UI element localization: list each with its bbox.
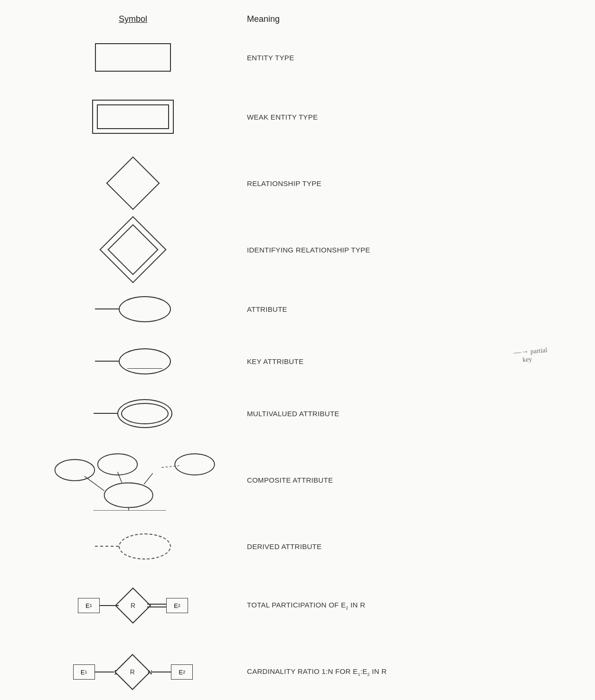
- cardinality-e2-line: [152, 672, 171, 672]
- key-attribute-oval-wrap: [119, 348, 171, 374]
- meaning-identifying-relationship-type: IDENTIFYING RELATIONSHIP TYPE: [247, 246, 576, 254]
- row-weak-entity-type: WEAK ENTITY TYPE: [19, 91, 576, 143]
- symbol-header: Symbol: [19, 14, 247, 24]
- row-identifying-relationship-type: IDENTIFYING RELATIONSHIP TYPE: [19, 224, 576, 276]
- weak-entity-outer-rect: [92, 100, 174, 134]
- cardinality-ratio-symbol: E1 1 R N E2: [73, 658, 193, 686]
- svg-point-0: [104, 483, 153, 508]
- symbol-key-attribute: [19, 348, 247, 374]
- multivalued-outer-oval: [117, 399, 172, 428]
- attribute-oval: [119, 296, 171, 322]
- key-attribute-underline: [127, 368, 162, 369]
- svg-line-2: [118, 472, 122, 483]
- row-derived-attribute: DERIVED ATTRIBUTE: [19, 527, 576, 565]
- e1-sub: 1: [90, 603, 92, 608]
- e1-box: E1: [78, 598, 100, 613]
- multivalued-attribute-symbol: [94, 399, 172, 428]
- meaning-cardinality-ratio: CARDINALITY RATIO 1:N FOR E1:E2 IN R: [247, 667, 576, 677]
- symbol-composite-attribute: [19, 449, 247, 511]
- symbol-cardinality-ratio: E1 1 R N E2: [19, 658, 247, 686]
- double-diamond-outer: [99, 216, 166, 283]
- symbol-total-participation: E1 R E2: [19, 591, 247, 620]
- meaning-label: Meaning: [247, 14, 280, 24]
- annotation-partial-key: —→ partial key: [513, 345, 548, 364]
- multivalued-inner-oval: [121, 403, 169, 424]
- symbol-weak-entity-type: [19, 100, 247, 134]
- symbol-label: Symbol: [119, 14, 147, 24]
- e2-sub: 2: [178, 603, 180, 608]
- symbol-relationship-type: [19, 159, 247, 207]
- cardinality-e1-line: [95, 672, 114, 672]
- derived-attribute-dashed-line: [95, 546, 119, 547]
- meaning-attribute: ATTRIBUTE: [247, 305, 576, 313]
- row-key-attribute: KEY ATTRIBUTE —→ partial key: [19, 342, 576, 380]
- symbol-attribute: [19, 296, 247, 322]
- svg-point-5: [98, 454, 138, 475]
- diamond-wrap: [109, 159, 157, 207]
- meaning-cardinality-e2-sub: 2: [368, 672, 370, 677]
- entity-type-rect: [95, 43, 171, 72]
- derived-attribute-dashed-oval: [119, 533, 171, 560]
- multivalued-attribute-line: [94, 413, 117, 414]
- main-page: { "header": { "symbol_label": "Symbol", …: [0, 0, 595, 700]
- row-cardinality-ratio: E1 1 R N E2 CARDINALITY RATIO 1:N FOR E1…: [19, 646, 576, 698]
- svg-line-3: [144, 473, 153, 484]
- r-label: R: [131, 602, 135, 609]
- key-attribute-oval: [119, 348, 171, 374]
- symbol-identifying-relationship-type: [19, 224, 247, 276]
- svg-line-6: [161, 466, 179, 467]
- symbol-entity-type: [19, 43, 247, 72]
- double-diamond-inner: [107, 224, 158, 275]
- double-diamond-wrap: [107, 224, 159, 276]
- cardinality-e2-sub: 2: [183, 670, 185, 674]
- cardinality-r-label: R: [130, 668, 135, 676]
- key-attribute-line: [95, 361, 119, 362]
- svg-point-7: [175, 454, 215, 475]
- row-relationship-type: RELATIONSHIP TYPE: [19, 157, 576, 209]
- row-composite-attribute: COMPOSITE ATTRIBUTE: [19, 447, 576, 513]
- svg-point-4: [55, 459, 95, 481]
- double-line-bottom: [147, 607, 166, 607]
- meaning-relationship-type: RELATIONSHIP TYPE: [247, 179, 576, 187]
- weak-entity-inner-rect: [97, 104, 169, 129]
- attribute-symbol: [95, 296, 171, 322]
- cardinality-r-diamond-wrap: R: [118, 658, 147, 686]
- composite-attribute-svg: [43, 449, 223, 511]
- row-multivalued-attribute: MULTIVALUED ATTRIBUTE: [19, 394, 576, 432]
- attribute-line: [95, 308, 119, 309]
- meaning-multivalued-attribute: MULTIVALUED ATTRIBUTE: [247, 410, 576, 418]
- e2-box: E2: [166, 598, 188, 613]
- cardinality-e1-box: E1: [73, 664, 95, 680]
- cardinality-e2-box: E2: [171, 664, 193, 680]
- symbol-derived-attribute: [19, 533, 247, 560]
- derived-attribute-symbol: [95, 533, 171, 560]
- header-row: Symbol Meaning: [19, 14, 576, 24]
- row-total-participation: E1 R E2 TOTAL PARTICIPATION OF E2 IN R: [19, 579, 576, 632]
- meaning-total-participation: TOTAL PARTICIPATION OF E2 IN R: [247, 601, 576, 610]
- meaning-entity-type: ENTITY TYPE: [247, 54, 576, 62]
- diamond-shape: [106, 156, 160, 210]
- meaning-e2-sub: 2: [346, 606, 348, 610]
- symbol-multivalued-attribute: [19, 399, 247, 428]
- r-diamond-wrap: R: [119, 591, 147, 620]
- row-entity-type: ENTITY TYPE: [19, 38, 576, 76]
- key-attribute-symbol: [95, 348, 171, 374]
- meaning-derived-attribute: DERIVED ATTRIBUTE: [247, 542, 576, 551]
- meaning-header: Meaning: [247, 14, 576, 24]
- meaning-cardinality-e1-sub: 1: [358, 672, 360, 677]
- meaning-composite-attribute: COMPOSITE ATTRIBUTE: [247, 476, 576, 484]
- total-participation-symbol: E1 R E2: [78, 591, 188, 620]
- row-attribute: ATTRIBUTE: [19, 290, 576, 328]
- cardinality-e1-sub: 1: [85, 670, 87, 674]
- meaning-weak-entity-type: WEAK ENTITY TYPE: [247, 113, 576, 121]
